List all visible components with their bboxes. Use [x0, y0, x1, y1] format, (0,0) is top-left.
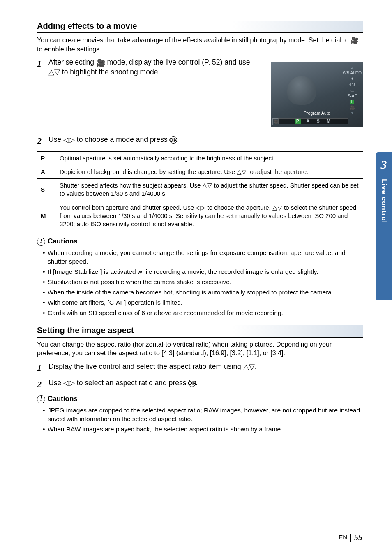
cautions-heading: ! Cautions — [37, 237, 363, 246]
section-title: Setting the image aspect — [37, 325, 363, 338]
right-icon: ✦ — [350, 77, 354, 81]
list-item: When the inside of the camera becomes ho… — [43, 288, 363, 297]
ok-button-icon: OK — [188, 380, 196, 387]
caution-icon: ! — [37, 238, 45, 246]
text-fragment: Display the live control and select the … — [48, 362, 243, 370]
mode-bar-item-s: S — [315, 118, 321, 124]
mode-bar-item-p: P — [295, 119, 301, 124]
list-item: Cards with an SD speed class of 6 or abo… — [43, 309, 363, 317]
right-icon: S-AF — [348, 94, 357, 98]
mode-bar: P A S M — [278, 118, 348, 124]
list-item: With some art filters, [C-AF] operation … — [43, 299, 363, 307]
section-intro: You can change the aspect ratio (horizon… — [37, 340, 363, 358]
right-icon: 🎥 — [350, 106, 355, 110]
mode-desc: Shutter speed affects how the subject ap… — [56, 179, 363, 201]
ok-button-icon: OK — [170, 136, 177, 144]
list-item: If [Image Stabilizer] is activated while… — [43, 268, 363, 276]
text-fragment: . — [255, 362, 257, 370]
text-fragment: to highlight the shooting mode. — [60, 68, 160, 76]
text-fragment: to choose a mode and press — [75, 135, 170, 144]
mode-key: S — [37, 179, 56, 201]
footer-divider — [350, 534, 351, 542]
step-text: Use ◁▷ to select an aspect ratio and pre… — [48, 378, 363, 388]
text-fragment: Use — [48, 379, 63, 387]
mode-label: Program Auto — [304, 111, 330, 116]
caution-icon: ! — [37, 395, 45, 403]
table-row: ADepiction of background is changed by s… — [37, 165, 363, 178]
step-text: Display the live control and select the … — [48, 362, 363, 372]
mode-desc: Optimal aperture is set automatically ac… — [56, 151, 363, 165]
mode-key: P — [37, 151, 56, 165]
text-fragment: mode, display the live control (P. 52) a… — [105, 58, 250, 66]
footer-lang: EN — [339, 533, 347, 542]
up-down-icon: △▽ — [48, 67, 60, 77]
page-footer: EN 55 — [339, 532, 362, 543]
mode-desc: You control both aperture and shutter sp… — [56, 201, 363, 231]
mode-bar-item-a: A — [305, 118, 311, 124]
live-view-screen: Program Auto 🎥 P A S M ▵ WB AUTO ✦ 4:3 ▭… — [271, 62, 363, 127]
mode-desc: Depiction of background is changed by se… — [56, 165, 363, 178]
movie-icon: 🎥 — [96, 59, 105, 67]
right-icon: WB AUTO — [343, 71, 362, 75]
footer-page-number: 55 — [354, 532, 362, 543]
left-right-icon: ◁▷ — [63, 378, 75, 388]
text-fragment: After selecting — [48, 58, 96, 66]
step-text: After selecting 🎥 mode, display the live… — [48, 58, 259, 77]
text-fragment: to select an aspect ratio and press — [75, 379, 188, 387]
up-down-icon: △▽ — [243, 362, 255, 372]
list-item: When RAW images are played back, the sel… — [43, 425, 363, 434]
table-row: MYou control both aperture and shutter s… — [37, 201, 363, 231]
section-intro: You can create movies that take advantag… — [37, 36, 363, 53]
step-text: Use ◁▷ to choose a mode and press OK. — [48, 135, 363, 145]
step-2: 2 Use ◁▷ to select an aspect ratio and p… — [37, 378, 363, 391]
step-number: 2 — [37, 135, 48, 147]
step-number: 1 — [37, 58, 48, 70]
text-fragment: . — [196, 379, 198, 387]
step-2: 2 Use ◁▷ to choose a mode and press OK. — [37, 135, 363, 147]
right-icon: 4:3 — [349, 83, 355, 87]
mode-key: A — [37, 165, 56, 178]
step-1: 1 After selecting 🎥 mode, display the li… — [37, 58, 259, 77]
mode-bar-item-m: M — [325, 118, 332, 124]
cautions-list-1: When recording a movie, you cannot chang… — [37, 249, 363, 317]
step-1: 1 Display the live control and select th… — [37, 362, 363, 374]
list-item: JPEG images are cropped to the selected … — [43, 406, 363, 424]
section-title: Adding effects to a movie — [37, 21, 363, 33]
left-right-icon: ◁▷ — [63, 135, 75, 145]
cautions-label: Cautions — [48, 394, 78, 404]
section-image-aspect: Setting the image aspect You can change … — [37, 325, 363, 434]
scroll-down-icon: ▿ — [351, 111, 353, 115]
cautions-list-2: JPEG images are cropped to the selected … — [37, 406, 363, 434]
list-item: When recording a movie, you cannot chang… — [43, 249, 363, 266]
modes-table: POptimal aperture is set automatically a… — [37, 151, 363, 232]
right-icon-column: ▵ WB AUTO ✦ 4:3 ▭ S-AF P 🎥 ▿ — [343, 66, 362, 115]
scroll-up-icon: ▵ — [351, 66, 353, 69]
cautions-heading: ! Cautions — [37, 394, 363, 404]
table-row: SShutter speed affects how the subject a… — [37, 179, 363, 201]
right-icon-selected: P — [350, 100, 355, 104]
chapter-label: Live control — [379, 179, 389, 223]
chapter-side-tab: 3 Live control — [376, 152, 392, 300]
step-number: 2 — [37, 378, 48, 391]
chapter-number: 3 — [381, 156, 387, 173]
cautions-label: Cautions — [48, 237, 78, 246]
list-item: Stabilization is not possible when the c… — [43, 278, 363, 287]
right-icon: ▭ — [350, 88, 354, 93]
text-fragment: Use — [48, 135, 63, 144]
live-view-thumbnail: Program Auto 🎥 P A S M ▵ WB AUTO ✦ 4:3 ▭… — [271, 62, 363, 127]
thumbnail-subject — [287, 76, 316, 105]
step-number: 1 — [37, 362, 48, 374]
text-fragment: . — [177, 135, 179, 144]
mode-key: M — [37, 201, 56, 231]
table-row: POptimal aperture is set automatically a… — [37, 151, 363, 165]
